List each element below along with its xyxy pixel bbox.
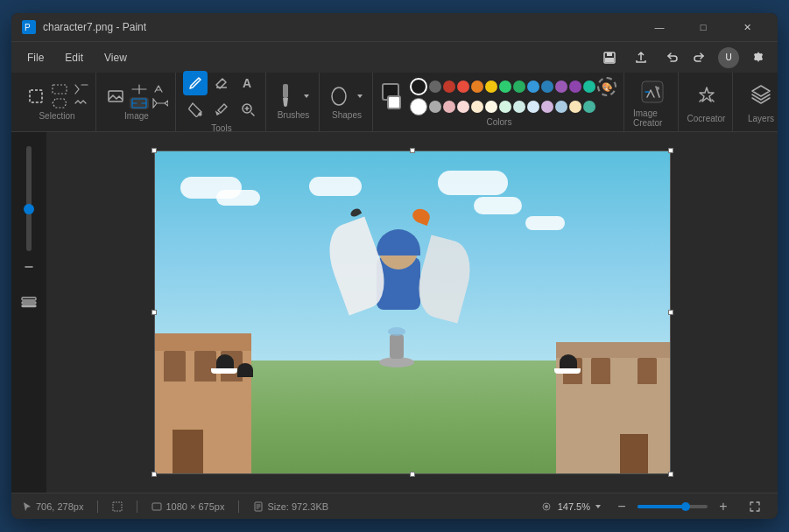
selection-tool[interactable] [24,84,48,108]
zoom-bar-handle[interactable] [681,502,690,511]
file-size: Size: 972.3KB [253,501,328,512]
image-sub2[interactable] [130,97,149,109]
color-swatch-darkred[interactable] [443,80,455,93]
color-swatch-rose[interactable] [457,101,469,113]
minimize-button[interactable]: — [639,13,680,41]
share-button[interactable] [629,46,653,70]
svg-point-13 [332,88,346,105]
close-button[interactable]: ✕ [727,13,767,41]
color-swatch-skyblue[interactable] [527,101,539,113]
background-color[interactable] [387,95,401,109]
zoom-out-button[interactable]: − [609,494,634,519]
text-tool[interactable]: A [236,71,260,95]
color-swatch-mintgreen[interactable] [513,101,525,113]
bird-topleft [350,209,372,222]
color-swatch-green[interactable] [513,80,525,93]
tools-group: A [178,73,266,131]
menu-edit[interactable]: Edit [56,48,92,67]
status-right: 147.5% − + [542,494,767,519]
color-swatch-white[interactable] [410,98,427,116]
selection-sub3[interactable] [71,83,90,95]
handle-tm[interactable] [410,148,415,153]
user-avatar[interactable]: U [718,47,739,68]
color-row-2 [410,98,616,116]
menu-view[interactable]: View [95,48,136,67]
image-creator-tool[interactable] [635,76,670,107]
color-swatch-lilac[interactable] [541,101,553,113]
svg-rect-7 [109,91,123,102]
layers-tool[interactable] [743,80,778,112]
svg-text:A: A [243,76,251,90]
image-sub1[interactable] [130,83,149,95]
color-swatch-purple[interactable] [555,80,567,93]
selection-sub2[interactable] [50,97,69,109]
fill-tool[interactable] [183,97,208,122]
color-swatch-red[interactable] [457,80,469,93]
color-swatch-seafoam[interactable] [583,101,595,113]
color-swatch-blue[interactable] [541,80,553,93]
handle-br[interactable] [668,472,673,477]
zoom-handle[interactable] [24,204,34,214]
handle-bl[interactable] [151,472,157,477]
color-swatch-orange[interactable] [471,80,483,93]
cocreator-tool[interactable] [689,80,724,112]
color-swatch-lightgreen[interactable] [499,101,511,113]
color-swatch-teal[interactable] [583,80,595,93]
canvas-image[interactable] [154,150,671,474]
menu-file[interactable]: File [18,48,53,67]
handle-tl[interactable] [151,148,157,153]
save-button[interactable] [597,46,622,70]
fit-window-button[interactable] [743,494,767,519]
handle-lm[interactable] [151,310,157,315]
maximize-button[interactable]: □ [683,13,723,41]
settings-button[interactable] [746,46,771,70]
shapes-tool[interactable] [327,84,351,108]
handle-tr[interactable] [668,148,673,153]
handle-bm[interactable] [410,472,415,477]
color-picker-button[interactable]: 🎨 [597,77,616,96]
color-swatch-lightgray[interactable] [429,101,441,113]
color-swatch-lime[interactable] [499,80,511,93]
zoom-down-button[interactable] [17,255,41,279]
brushes-dropdown[interactable] [299,84,313,108]
zoom-track[interactable] [26,146,32,251]
color-swatch-black[interactable] [410,78,427,95]
image-sub3[interactable] [151,83,170,95]
layers-group: Layers [735,73,778,131]
eyedropper-tool[interactable] [209,97,234,122]
color-swatch-cream[interactable] [485,101,497,113]
image-tool1[interactable] [103,84,128,108]
svg-rect-5 [30,90,42,102]
character [350,222,447,336]
shapes-dropdown[interactable] [353,84,367,108]
color-swatch-gray[interactable] [429,80,441,93]
svg-rect-17 [22,302,36,304]
app-icon: P [22,20,36,34]
image-sub4[interactable] [151,97,170,109]
color-swatch-wheat[interactable] [569,101,581,113]
eraser-tool[interactable] [209,71,234,95]
zoom-tool[interactable] [236,97,260,122]
brushes-tool[interactable] [273,84,298,108]
zoom-level-display: 147.5% [558,501,602,512]
pencil-tool[interactable] [183,71,208,95]
zoom-dropdown-icon[interactable] [594,502,602,511]
color-swatch-lightblue[interactable] [527,80,539,93]
svg-rect-18 [22,305,36,307]
brush-options-button[interactable] [17,290,41,314]
canvas-area[interactable] [46,132,778,493]
svg-rect-16 [22,298,36,300]
zoom-bar-track[interactable] [638,505,708,508]
color-swatch-pink[interactable] [443,101,455,113]
zoom-in-button[interactable]: + [711,494,736,519]
cursor-icon [22,501,32,512]
color-swatch-peach[interactable] [471,101,483,113]
handle-rm[interactable] [668,310,673,315]
color-swatch-powderblue[interactable] [555,101,567,113]
color-swatch-darkpurple[interactable] [569,80,581,93]
undo-button[interactable] [660,46,685,70]
selection-sub4[interactable] [71,97,90,109]
color-swatch-yellow[interactable] [485,80,497,93]
redo-button[interactable] [687,46,711,70]
selection-sub1[interactable] [50,83,69,95]
